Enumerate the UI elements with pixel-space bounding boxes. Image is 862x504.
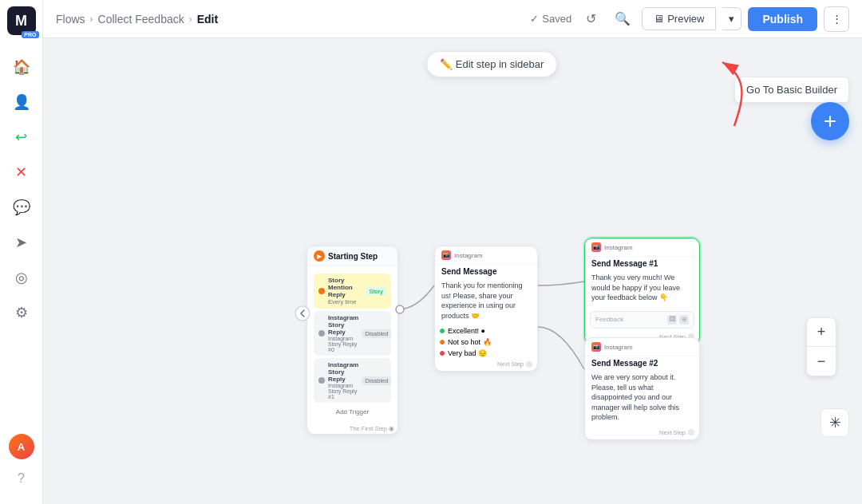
zoom-out-button[interactable]: − xyxy=(807,347,836,376)
basic-builder-button[interactable]: Go To Basic Builder xyxy=(734,77,849,103)
story-badge: Story xyxy=(366,287,386,296)
starting-step-node[interactable]: ▶ Starting Step Story Mention Reply Ever… xyxy=(306,246,398,435)
sidebar-bottom: A ? xyxy=(9,434,34,491)
sidebar-item-broadcast[interactable]: ➤ xyxy=(6,226,38,258)
next-dot xyxy=(526,361,532,368)
sidebar-nav: 🏠 👤 ↩ ✕ 💬 ➤ ◎ ⚙ xyxy=(6,51,38,434)
sidebar-item-analytics[interactable]: ◎ xyxy=(6,262,38,293)
resp-dot-bad xyxy=(440,351,445,356)
feedback-placeholder: Feedback xyxy=(595,316,623,323)
fab-icon: + xyxy=(824,108,836,134)
starting-node-body: Story Mention Reply Every time Story Ins… xyxy=(307,266,397,423)
saved-text: Saved xyxy=(542,13,571,25)
trigger-label-2: Instagram Story Reply xyxy=(328,314,358,336)
send-message-title: Send Message xyxy=(441,267,496,276)
resp-label-hot: Not so hot 🔥 xyxy=(448,338,492,346)
zoom-controls-group: ✳ + − xyxy=(820,408,849,440)
send-msg-next-step: Next Step xyxy=(435,359,537,371)
canvas: ✏️ Edit step in sidebar Go To Basic Buil… xyxy=(43,38,862,504)
feedback-icons: 🖼 ⊕ xyxy=(667,315,689,325)
trigger-sub-2: Instagram Story Reply #0 xyxy=(328,336,358,352)
help-icon[interactable]: ? xyxy=(9,466,34,491)
starting-node-header: ▶ Starting Step xyxy=(307,246,397,266)
trigger-dot xyxy=(318,288,325,294)
check-icon: ✓ xyxy=(530,13,539,25)
disabled-badge-1: Disabled xyxy=(362,329,391,338)
sidebar-item-messages[interactable]: 💬 xyxy=(6,191,38,223)
response-options: Excellent! ● Not so hot 🔥 Very bad 😔 xyxy=(435,325,537,359)
send-msg1-body: Thank you very much! We would be happy i… xyxy=(585,268,699,308)
send-msg1-header: 📷 Instagram xyxy=(585,238,699,257)
more-options-button[interactable]: ⋮ xyxy=(824,6,849,32)
next-dot-2 xyxy=(688,429,694,435)
publish-button[interactable]: Publish xyxy=(748,7,817,31)
breadcrumb-flows[interactable]: Flows xyxy=(56,13,85,26)
zoom-controls: + − xyxy=(806,317,836,376)
first-step-label: The First Step ◉ xyxy=(307,423,397,434)
send-msg-platform: Instagram xyxy=(454,252,483,259)
trigger-info-3: Instagram Story Reply Instagram Story Re… xyxy=(328,361,358,400)
send-message-1-node[interactable]: 📷 Instagram Send Message #1 Thank you ve… xyxy=(584,238,700,345)
back-arrow[interactable] xyxy=(295,305,310,321)
sidebar-item-flows[interactable]: ↩ xyxy=(6,121,38,153)
fit-view-button[interactable]: ✳ xyxy=(820,408,849,437)
resp-dot-excellent xyxy=(440,329,445,333)
resp-label-excellent: Excellent! ● xyxy=(448,327,485,335)
trigger-ig-story-1[interactable]: Instagram Story Reply Instagram Story Re… xyxy=(314,311,391,356)
trigger-story-mention[interactable]: Story Mention Reply Every time Story xyxy=(314,274,391,309)
send-message-node[interactable]: 📷 Instagram Send Message Thank you for m… xyxy=(434,246,538,372)
send-message-header: 📷 Instagram xyxy=(435,246,537,265)
add-trigger-button[interactable]: Add Trigger xyxy=(314,405,391,419)
preview-label: Preview xyxy=(667,13,704,25)
app-logo: M PRO xyxy=(7,6,36,35)
search-button[interactable]: 🔍 xyxy=(610,6,635,32)
breadcrumb-sep1: › xyxy=(90,14,93,25)
trigger-sub-3: Instagram Story Reply #1 xyxy=(328,383,358,400)
send-msg2-title: Send Message #2 xyxy=(591,359,658,368)
response-very-bad: Very bad 😔 xyxy=(435,348,537,359)
breadcrumb-edit: Edit xyxy=(197,13,218,26)
sidebar-item-contacts[interactable]: 👤 xyxy=(6,86,38,118)
pro-badge: PRO xyxy=(22,31,38,38)
edit-step-text: ✏️ Edit step in sidebar xyxy=(440,58,544,70)
header: Flows › Collect Feedback › Edit ✓ Saved … xyxy=(43,0,862,38)
sidebar-item-home[interactable]: 🏠 xyxy=(6,51,38,83)
preview-icon: 🖥 xyxy=(654,13,664,25)
preview-dropdown-button[interactable]: ▾ xyxy=(722,7,741,30)
sidebar: M PRO 🏠 👤 ↩ ✕ 💬 ➤ ◎ ⚙ A ? xyxy=(0,0,43,504)
resp-label-bad: Very bad 😔 xyxy=(448,349,487,357)
trigger-label-3: Instagram Story Reply xyxy=(328,361,358,383)
breadcrumb: Flows › Collect Feedback › Edit xyxy=(56,13,218,26)
main-area: Flows › Collect Feedback › Edit ✓ Saved … xyxy=(43,0,862,504)
breadcrumb-sep2: › xyxy=(189,14,192,25)
breadcrumb-collect-feedback[interactable]: Collect Feedback xyxy=(98,13,184,26)
undo-button[interactable]: ↺ xyxy=(578,6,603,32)
instagram-badge-2: 📷 xyxy=(591,342,601,352)
starting-node-title: Starting Step xyxy=(328,252,378,261)
send-msg1-title-row: Send Message #1 xyxy=(585,257,699,268)
trigger-ig-story-2[interactable]: Instagram Story Reply Instagram Story Re… xyxy=(314,358,391,403)
send-message-2-node[interactable]: 📷 Instagram Send Message #2 We are very … xyxy=(584,337,700,440)
zoom-in-button[interactable]: + xyxy=(807,318,836,347)
instagram-badge: 📷 xyxy=(441,250,451,260)
add-fab-button[interactable]: + xyxy=(811,102,849,140)
feedback-box: Feedback 🖼 ⊕ xyxy=(590,311,694,329)
response-excellent: Excellent! ● xyxy=(435,325,537,337)
send-msg1-title: Send Message #1 xyxy=(591,259,658,268)
preview-button[interactable]: 🖥 Preview xyxy=(642,7,716,30)
trigger-dot-3 xyxy=(318,377,325,384)
saved-indicator: ✓ Saved xyxy=(530,13,571,25)
edit-step-banner: ✏️ Edit step in sidebar xyxy=(426,51,557,77)
send-msg2-next-step: Next Step xyxy=(585,427,699,439)
fb-icon-img: 🖼 xyxy=(667,315,677,325)
send-message-title-row: Send Message xyxy=(435,265,537,276)
sidebar-item-integrations[interactable]: ✕ xyxy=(6,156,38,188)
send-msg2-platform: Instagram xyxy=(604,344,633,351)
svg-point-2 xyxy=(295,306,310,321)
send-msg1-platform: Instagram xyxy=(604,244,633,251)
sidebar-item-settings[interactable]: ⚙ xyxy=(6,297,38,329)
trigger-dot-2 xyxy=(318,330,325,337)
avatar[interactable]: A xyxy=(9,434,34,459)
send-msg2-title-row: Send Message #2 xyxy=(585,356,699,368)
send-msg2-header: 📷 Instagram xyxy=(585,338,699,356)
